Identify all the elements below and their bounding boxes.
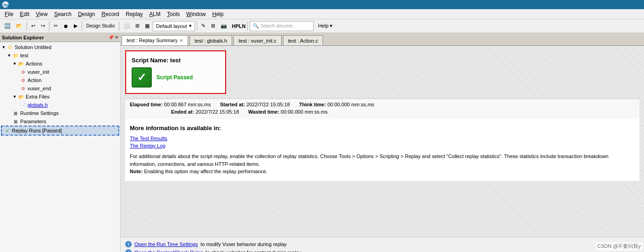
summary-pass-area: ✓ Script Passed — [132, 67, 220, 88]
toolbar-network[interactable]: ⊞ — [209, 22, 217, 30]
expander-actions[interactable]: ▼ — [12, 61, 17, 66]
toolbar-sep1 — [27, 22, 27, 31]
summary-title: Script Name: test — [132, 57, 220, 64]
expander-extra-files[interactable]: ▼ — [12, 94, 17, 99]
tab-replay-summary-close[interactable]: ✕ — [179, 38, 183, 43]
menu-alm[interactable]: ALM — [146, 10, 163, 18]
menu-window[interactable]: Window — [183, 10, 209, 18]
toolbar-grid[interactable]: ⊞ — [133, 22, 142, 30]
title-bar: hp — [0, 0, 644, 9]
tree-item-action[interactable]: ⚙ Action — [0, 76, 120, 84]
menu-replay[interactable]: Replay — [123, 10, 145, 18]
tree-item-globals[interactable]: 📄 globals.h — [0, 101, 120, 109]
action-label: Action — [28, 77, 42, 83]
parameters-label: Parameters — [20, 119, 46, 124]
tab-replay-summary[interactable]: test : Replay Summary ✕ — [122, 35, 188, 45]
toolbar-sep3 — [82, 22, 82, 31]
toolbar-cut[interactable]: ✂ — [51, 22, 60, 30]
expander-test[interactable]: ▼ — [6, 53, 12, 58]
more-info-section: More information is available in: The Te… — [125, 119, 639, 181]
content-area: test : Replay Summary ✕ test : globals.h… — [121, 33, 644, 252]
extra-files-label: Extra Files — [26, 94, 50, 99]
menu-search[interactable]: Search — [51, 10, 74, 18]
started-info: Started at: 2022/7/22 15:05:18 — [220, 102, 290, 107]
tab-vuser-init[interactable]: test : vuser_init.c — [233, 35, 282, 45]
tab-globals-h[interactable]: test : globals.h — [189, 35, 232, 45]
tree-item-solution[interactable]: ▼ ⊙ Solution Untitled — [0, 43, 120, 51]
toolbar-sep6 — [247, 22, 248, 31]
hpln-label[interactable]: HPLN — [232, 23, 246, 29]
tree-item-actions[interactable]: ▼ 📂 Actions — [0, 60, 120, 68]
solution-icon: ⊙ — [6, 44, 14, 51]
toolbar-open[interactable]: 📂 — [14, 22, 25, 30]
toolbar-pencil[interactable]: ✎ — [199, 22, 208, 30]
summary-box: Script Name: test ✓ Script Passed — [125, 50, 226, 94]
tree-item-runtime[interactable]: ⊞ Runtime Settings — [0, 109, 120, 117]
tree-item-replay-runs[interactable]: ✓ Replay Runs [Passed] — [1, 126, 119, 136]
test-folder-icon: 📁 — [12, 52, 19, 59]
toolbar-record[interactable]: ⏺ — [61, 22, 71, 30]
extra-files-icon: 📂 — [17, 93, 25, 100]
tree-item-test[interactable]: ▼ 📁 test — [0, 51, 120, 60]
menu-edit[interactable]: Edit — [17, 10, 32, 18]
runtime-settings-suffix: to modify Vuser behavior during replay — [200, 241, 287, 247]
tree-item-parameters[interactable]: ⊞ Parameters — [0, 117, 120, 126]
toolbar-sep4 — [119, 22, 119, 31]
link-replay-log[interactable]: The Replay Log — [130, 142, 635, 149]
wasted-info: Wasted time: 00:00.000 mm:ss.ms — [248, 109, 328, 115]
replay-check-icon: ✓ — [4, 127, 11, 134]
timing-row-1: Elapsed time: 00:00.867 mm:ss.ms Started… — [130, 102, 635, 107]
vuser-end-icon: ⚙ — [19, 85, 27, 92]
tree-item-vuser-init[interactable]: ⚙ vuser_init — [0, 68, 120, 76]
globals-icon: 📄 — [19, 101, 27, 109]
content-check-suffix: to check websites for content during rep… — [205, 250, 301, 252]
elapsed-label: Elapsed time: 00:00.867 mm:ss.ms — [130, 102, 211, 107]
menu-design[interactable]: Design — [75, 10, 98, 18]
timing-section: Elapsed time: 00:00.867 mm:ss.ms Started… — [125, 99, 639, 119]
script-passed-text: Script Passed — [156, 74, 193, 81]
runtime-settings-link[interactable]: Open the Run Time Settings — [134, 241, 198, 247]
toolbar-redo[interactable]: ↪ — [39, 22, 47, 30]
search-placeholder: Search docume... — [260, 23, 296, 28]
solution-explorer: Solution Explorer 📌 ✕ ▼ ⊙ Solution Untit… — [0, 33, 121, 252]
expander-solution[interactable]: ▼ — [1, 44, 6, 50]
tab-action-label: test : Action.c — [288, 38, 318, 44]
link-test-results[interactable]: The Test Results — [130, 135, 635, 142]
toolbar-screenshot[interactable]: 📷 — [218, 22, 229, 30]
layout-dropdown[interactable]: Default layout ▾ — [153, 21, 194, 31]
menu-file[interactable]: File — [2, 10, 16, 18]
vuser-init-label: vuser_init — [28, 69, 49, 75]
toolbar-design-studio[interactable]: Design Studio — [84, 22, 117, 30]
toolbar-play[interactable]: ▶ — [72, 22, 80, 30]
tree-item-extra-files[interactable]: ▼ 📂 Extra Files — [0, 93, 120, 101]
layout-chevron-icon: ▾ — [189, 23, 192, 29]
tab-replay-summary-label: test : Replay Summary — [127, 38, 178, 43]
tab-action-c[interactable]: test : Action.c — [283, 35, 323, 45]
tree-item-vuser-end[interactable]: ⚙ vuser_end — [0, 84, 120, 93]
content-check-link[interactable]: Open the ContentCheck Rules — [134, 250, 203, 252]
search-box: 🔍 Search docume... — [250, 21, 314, 31]
tab-bar: test : Replay Summary ✕ test : globals.h… — [121, 33, 644, 46]
content-panel: Script Name: test ✓ Script Passed Elapse… — [121, 46, 644, 237]
menu-record[interactable]: Record — [99, 10, 122, 18]
actions-label: Actions — [26, 61, 42, 66]
bottom-info: i Open the Run Time Settings to modify V… — [121, 237, 644, 252]
menu-view[interactable]: View — [33, 10, 50, 18]
panel-close-icon[interactable]: ✕ — [115, 35, 118, 40]
toolbar-align-left[interactable]: ⬜ — [121, 22, 132, 30]
bottom-info-row-1: i Open the Run Time Settings to modify V… — [125, 241, 639, 247]
menu-tools[interactable]: Tools — [164, 10, 183, 18]
toolbar-new[interactable]: 🆕 — [2, 22, 13, 30]
menu-help[interactable]: Help — [210, 10, 227, 18]
timing-row-2: Ended at: 2022/7/22 15:05:18 Wasted time… — [130, 109, 635, 115]
panel-pin-icon[interactable]: 📌 — [108, 35, 114, 40]
checkmark-box: ✓ — [132, 67, 152, 88]
more-info-desc: For additional details about the script … — [130, 153, 635, 175]
toolbar: 🆕 📂 ↩ ↪ ✂ ⏺ ▶ Design Studio ⬜ ⊞ ▦ Defaul… — [0, 19, 644, 33]
more-info-title: More information is available in: — [130, 125, 635, 131]
runtime-icon: ⊞ — [12, 110, 19, 117]
toolbar-sep2 — [49, 22, 50, 31]
help-button[interactable]: Help ▾ — [315, 22, 336, 30]
toolbar-table[interactable]: ▦ — [143, 22, 152, 30]
toolbar-undo[interactable]: ↩ — [29, 22, 38, 30]
